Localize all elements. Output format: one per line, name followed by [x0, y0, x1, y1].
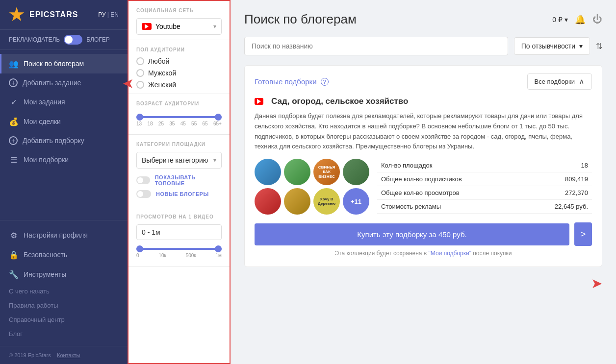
- category-placeholder: Выберите категорию: [142, 156, 208, 164]
- channel-thumb-1: [255, 159, 281, 185]
- age-range-slider[interactable]: 13 18 25 35 45 55 65 65+: [136, 111, 222, 129]
- sidebar-item-rules[interactable]: Правила работы: [0, 298, 128, 313]
- sidebar-item-get-started-label: С чего начать: [9, 288, 50, 295]
- channel-thumb-more: +11: [343, 188, 369, 215]
- my-collections-link[interactable]: "Мои подборки": [429, 250, 471, 257]
- sidebar-item-add-task-label: Добавить задание: [23, 79, 81, 87]
- pick-body: СВИНЬЯ КАК БИЗНЕС Хочу В Деревню +11 Кол…: [255, 159, 592, 215]
- buy-note: Эта коллекция будет сохранена в "Мои под…: [255, 250, 592, 257]
- nav-secondary: ⚙ Настройки профиля 🔒 Безопасность 🔧 Инс…: [0, 220, 128, 346]
- social-network-value: Youtube: [155, 23, 180, 30]
- views-fill: [136, 248, 222, 250]
- gender-male-label: Мужской: [148, 69, 176, 77]
- gender-option-any[interactable]: Любой: [136, 57, 222, 65]
- all-picks-label: Все подборки: [535, 78, 575, 85]
- blogger-label: БЛОГЕР: [86, 36, 110, 43]
- views-range-slider[interactable]: 0 10к 500к 1м: [136, 245, 222, 261]
- search-input[interactable]: [244, 37, 508, 55]
- sidebar-item-rules-label: Правила работы: [9, 302, 58, 309]
- views-section: ПРОСМОТРОВ НА 1 ВИДЕО 0 - 1м 0 10к 500к …: [128, 207, 230, 267]
- sidebar-item-help[interactable]: Справочный центр: [0, 313, 128, 327]
- deals-icon: 💰: [9, 117, 19, 126]
- logo-text: EPICSTARS: [29, 10, 78, 19]
- contacts-link[interactable]: Контакты: [57, 352, 80, 358]
- next-button[interactable]: >: [574, 222, 592, 246]
- sidebar-item-search-bloggers[interactable]: 👥 Поиск по блогерам: [0, 54, 128, 73]
- sidebar-item-add-task[interactable]: + Добавить задание: [0, 73, 128, 92]
- stat-label-views: Общее кол-во просмотров: [377, 186, 524, 200]
- sidebar-footer: © 2019 EpicStars Контакты: [0, 346, 128, 364]
- sort-label: По отзывчивости: [521, 42, 575, 50]
- show-top-toggle[interactable]: [136, 176, 150, 184]
- advertiser-label: РЕКЛАМОДАТЕЛЬ: [9, 36, 60, 43]
- sidebar-item-get-started[interactable]: С чего начать: [0, 284, 128, 298]
- stat-row-subscribers: Общее кол-во подписчиков 809,419: [377, 172, 592, 186]
- role-toggle-row: РЕКЛАМОДАТЕЛЬ БЛОГЕР: [0, 30, 128, 50]
- category-section: КАТЕГОРИИ ПЛОЩАДКИ Выберите категорию ▾ …: [128, 135, 230, 207]
- notification-bell-icon[interactable]: 🔔: [575, 14, 586, 25]
- gender-label: ПОЛ АУДИТОРИИ: [136, 47, 222, 52]
- header-right: 0 ₽ ▾ 🔔 ⏻: [552, 14, 602, 25]
- sidebar-item-search-bloggers-label: Поиск по блогерам: [24, 60, 84, 68]
- lang-en[interactable]: EN: [110, 11, 119, 18]
- views-input[interactable]: 0 - 1м: [136, 224, 222, 240]
- users-icon: 👥: [9, 59, 19, 69]
- ready-picks-title-group: Готовые подборки ?: [255, 77, 329, 86]
- sidebar-item-my-tasks[interactable]: ✓ Мои задания: [0, 92, 128, 112]
- views-mark-10k: 10к: [158, 253, 166, 258]
- sidebar-item-settings-label: Настройки профиля: [24, 231, 88, 239]
- plus-circle-icon: +: [9, 136, 18, 145]
- logout-icon[interactable]: ⏻: [592, 14, 602, 25]
- sidebar-item-blog[interactable]: Блог: [0, 327, 128, 341]
- gender-option-female[interactable]: Женский: [136, 81, 222, 89]
- views-labels: 0 10к 500к 1м: [136, 253, 222, 258]
- info-icon[interactable]: ?: [321, 78, 329, 86]
- sidebar-item-add-collection[interactable]: + Добавить подборку: [0, 131, 128, 150]
- category-select[interactable]: Выберите категорию ▾: [136, 152, 222, 169]
- channel-thumb-6: [284, 188, 310, 215]
- page-title: Поиск по блогерам: [244, 12, 357, 27]
- lang-switcher[interactable]: РУ | EN: [98, 11, 119, 18]
- sidebar-item-my-deals-label: Мои сделки: [24, 118, 61, 125]
- settings-icon: ⚙: [9, 230, 19, 240]
- radio-circle-any: [136, 57, 144, 65]
- balance-value: 0 ₽: [552, 16, 563, 24]
- buy-note-prefix: Эта коллекция будет сохранена в: [334, 250, 428, 257]
- views-thumb-right[interactable]: [215, 245, 222, 252]
- check-icon: ✓: [9, 97, 19, 107]
- views-mark-1m: 1м: [216, 253, 222, 258]
- chevron-down-icon-balance[interactable]: ▾: [565, 16, 568, 24]
- lang-ru[interactable]: РУ: [98, 11, 105, 18]
- gender-option-male[interactable]: Мужской: [136, 69, 222, 77]
- gender-radio-group: Любой Мужской Женский: [136, 57, 222, 89]
- sidebar-item-my-collections[interactable]: ☰ Мои подборки: [0, 150, 128, 170]
- sidebar-item-security[interactable]: 🔒 Безопасность: [0, 245, 128, 265]
- age-mark-65plus: 65+: [213, 121, 222, 126]
- new-bloggers-toggle[interactable]: [136, 190, 151, 198]
- role-toggle[interactable]: [64, 35, 82, 45]
- radio-circle-male: [136, 69, 144, 77]
- filter-panel: СОЦИАЛЬНАЯ СЕТЬ Youtube ▾ ПОЛ АУДИТОРИИ …: [128, 0, 231, 364]
- age-thumb-right[interactable]: [215, 114, 222, 121]
- age-thumb-left[interactable]: [136, 114, 143, 121]
- ready-picks-header: Готовые подборки ? Все подборки ∧: [255, 73, 592, 90]
- sidebar-item-settings[interactable]: ⚙ Настройки профиля: [0, 225, 128, 245]
- buy-section: Купить эту подборку за 450 руб. > Эта ко…: [255, 222, 592, 257]
- chevron-down-icon: ▾: [213, 23, 216, 30]
- all-picks-button[interactable]: Все подборки ∧: [527, 73, 592, 90]
- sort-order-icon[interactable]: ⇅: [596, 42, 602, 51]
- new-bloggers-label: НОВЫЕ БЛОГЕРЫ: [156, 191, 209, 197]
- sidebar-item-tools[interactable]: 🔧 Инструменты: [0, 265, 128, 284]
- buy-button[interactable]: Купить эту подборку за 450 руб.: [255, 223, 569, 245]
- channel-thumb-3: СВИНЬЯ КАК БИЗНЕС: [313, 159, 340, 185]
- views-thumb-left[interactable]: [136, 245, 143, 252]
- gender-any-label: Любой: [148, 57, 169, 65]
- channel-thumb-7: Хочу В Деревню: [313, 188, 340, 215]
- social-network-section: СОЦИАЛЬНАЯ СЕТЬ Youtube ▾: [128, 1, 230, 40]
- social-network-select[interactable]: Youtube ▾: [136, 18, 222, 35]
- sort-select[interactable]: По отзывчивости ▾: [514, 37, 590, 55]
- stat-row-price: Стоимость рекламы 22,645 руб.: [377, 200, 592, 214]
- sidebar-item-my-deals[interactable]: 💰 Мои сделки: [0, 112, 128, 131]
- sidebar-item-my-tasks-label: Мои задания: [24, 98, 65, 106]
- gender-female-label: Женский: [148, 81, 176, 89]
